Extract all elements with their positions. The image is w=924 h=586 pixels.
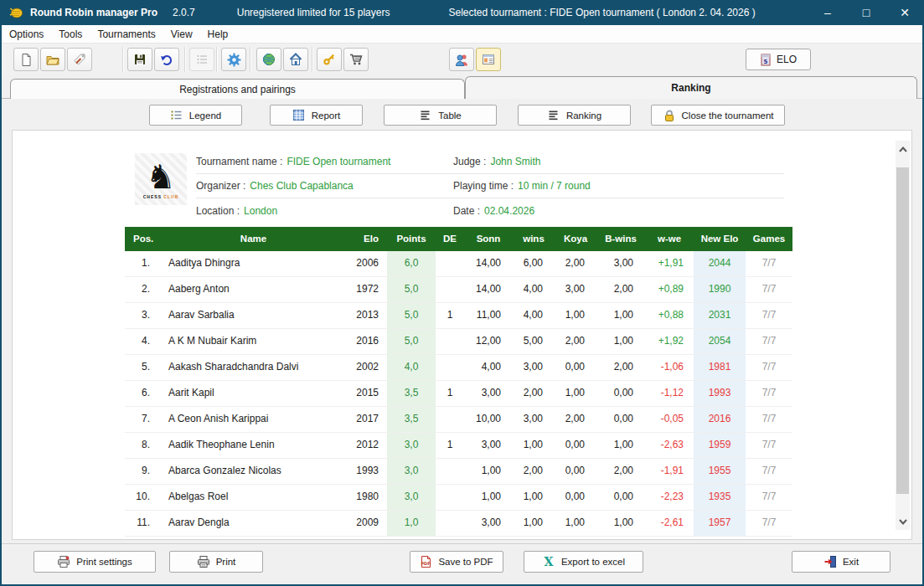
table-row[interactable]: 8.Aadik Theophane Lenin20123,013,001,000… (125, 433, 792, 459)
cell-name: Aarit Kapil (160, 381, 347, 406)
open-tournament-button[interactable] (40, 48, 65, 71)
cell-sonn: 11,00 (464, 303, 513, 328)
cell-points: 1,0 (387, 511, 436, 536)
judge-value: John Smith (490, 156, 540, 167)
cell-sonn: 3,00 (464, 433, 513, 458)
table-row[interactable]: 9.Abarca Gonzalez Nicolas19933,01,002,00… (125, 459, 792, 485)
cell-sonn: 12,00 (464, 329, 513, 354)
svg-text:5: 5 (764, 58, 768, 64)
table-row[interactable]: 2.Aaberg Anton19725,014,004,003,002,00+0… (125, 277, 792, 303)
table-row[interactable]: 5.Aakash Sharadchandra Dalvi20024,04,003… (125, 355, 792, 381)
ranking-button[interactable]: Ranking (518, 105, 631, 126)
new-tournament-button[interactable] (13, 48, 39, 71)
player-card-button[interactable] (476, 48, 501, 71)
col-header-newelo: New Elo (694, 227, 746, 251)
app-version: 2.0.7 (173, 7, 195, 18)
legend-button[interactable]: Legend (149, 105, 242, 126)
menu-view[interactable]: View (163, 27, 200, 42)
location-value: London (244, 205, 277, 217)
menu-options[interactable]: Options (2, 27, 51, 42)
report-button[interactable]: Report (270, 105, 363, 126)
cell-points: 4,0 (387, 355, 436, 380)
web-update-button[interactable] (256, 48, 281, 71)
ranking-table: Pos. Name Elo Points DE Sonn wins Koya B… (125, 227, 792, 537)
print-settings-icon (57, 555, 70, 568)
cell-wins: 2,00 (513, 381, 555, 406)
settings-button[interactable] (221, 48, 246, 71)
save-to-pdf-button[interactable]: PDF Save to PDF (410, 551, 503, 573)
cell-wwe: -2,23 (645, 485, 694, 510)
legend-list-button[interactable] (189, 48, 214, 71)
report-grid-icon (292, 109, 305, 121)
cell-koya: 2,00 (555, 329, 596, 354)
lock-icon (663, 109, 675, 122)
cell-wins: 4,00 (513, 303, 555, 328)
tab-ranking[interactable]: Ranking (465, 76, 917, 99)
undo-button[interactable] (154, 48, 179, 71)
playing-time-label: Playing time : (453, 180, 514, 192)
table-body: 1.Aaditya Dhingra20066,014,006,002,003,0… (125, 251, 792, 537)
legend-button-label: Legend (189, 111, 221, 121)
cell-koya: 0,00 (555, 459, 596, 484)
vertical-scrollbar[interactable] (896, 141, 910, 530)
cell-pos: 4. (125, 329, 160, 354)
cell-pos: 7. (125, 407, 160, 432)
table-row[interactable]: 11.Aarav Dengla20091,03,001,001,001,00-2… (125, 511, 792, 537)
register-key-button[interactable] (317, 48, 342, 71)
cell-points: 3,5 (387, 381, 436, 406)
exit-button[interactable]: Exit (792, 551, 890, 573)
print-settings-button[interactable]: Print settings (34, 551, 156, 573)
table-row[interactable]: 7.A Ceon Anish Karippai20173,510,003,002… (125, 407, 792, 433)
cell-wwe: -1,06 (645, 355, 694, 380)
elo-button-label: ELO (777, 54, 797, 65)
scroll-up-button[interactable] (896, 141, 910, 157)
cell-newelo: 1981 (694, 355, 746, 380)
menu-tools[interactable]: Tools (51, 27, 90, 42)
players-button[interactable] (449, 48, 474, 71)
scroll-down-button[interactable] (896, 513, 910, 530)
judge-label: Judge : (453, 156, 486, 167)
cell-newelo: 2044 (694, 251, 746, 276)
table-button[interactable]: Table (384, 105, 497, 126)
menu-help[interactable]: Help (200, 27, 236, 42)
maximize-button[interactable]: □ (847, 0, 885, 25)
cell-wins: 3,00 (513, 355, 555, 380)
save-button[interactable] (127, 48, 152, 71)
close-button[interactable]: ✕ (885, 0, 924, 25)
chess-knight-icon: ♞ (146, 160, 176, 193)
cell-games: 7/7 (746, 433, 792, 458)
export-to-excel-button[interactable]: X Export to excel (524, 551, 643, 573)
cell-elo: 2013 (347, 303, 387, 328)
close-tournament-button[interactable]: Close the tournament (651, 105, 785, 126)
cell-name: Aakash Sharadchandra Dalvi (160, 355, 347, 380)
table-row[interactable]: 3.Aarav Sarbalia20135,0111,004,001,001,0… (125, 303, 792, 329)
table-row[interactable]: 4.A K M Nubair Karim20165,012,005,002,00… (125, 329, 792, 355)
cell-koya: 0,00 (555, 355, 596, 380)
playing-time-value: 10 min / 7 round (518, 180, 591, 192)
shop-button[interactable] (343, 48, 369, 71)
cell-de: 1 (436, 433, 464, 458)
table-row[interactable]: 1.Aaditya Dhingra20066,014,006,002,003,0… (125, 251, 792, 277)
license-status: Unregistered limited for 15 players (237, 7, 390, 18)
tab-registrations-and-pairings[interactable]: Registrations and pairings (10, 79, 465, 99)
elo-button[interactable]: 5 ELO (746, 49, 811, 70)
table-row[interactable]: 6.Aarit Kapil20153,513,002,001,000,00-1,… (125, 381, 792, 407)
col-header-de: DE (436, 227, 464, 251)
delete-tournament-button[interactable] (67, 48, 92, 71)
print-button[interactable]: Print (169, 551, 263, 573)
cell-games: 7/7 (746, 329, 792, 354)
cell-games: 7/7 (746, 485, 792, 510)
cell-elo: 2006 (347, 251, 387, 276)
home-button[interactable] (283, 48, 308, 71)
cell-elo: 1980 (347, 485, 387, 510)
menu-tournaments[interactable]: Tournaments (90, 27, 163, 42)
table-row[interactable]: 10.Abelgas Roel19803,01,001,000,000,00-2… (125, 485, 792, 511)
tournament-info: Tournament name :FIDE Open tournament Ju… (196, 150, 784, 223)
col-header-koya: Koya (555, 227, 596, 251)
cell-wwe: -1,12 (645, 381, 694, 406)
cell-points: 3,5 (387, 407, 436, 432)
cell-bwins: 1,00 (596, 329, 645, 354)
scrollbar-thumb[interactable] (896, 167, 909, 494)
minimize-button[interactable]: – (808, 0, 847, 25)
organizer-label: Organizer : (196, 180, 245, 192)
